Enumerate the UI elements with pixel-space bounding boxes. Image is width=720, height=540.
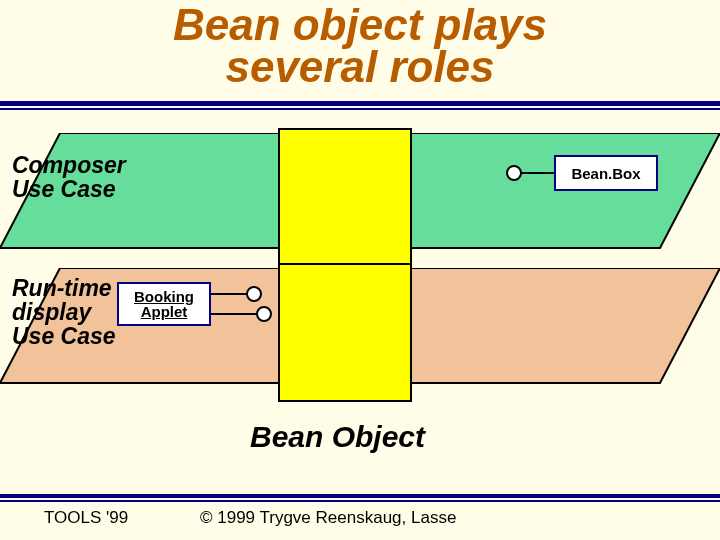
footer-left: TOOLS '99 (44, 508, 128, 528)
plane-runtime-label: Run-time display Use Case (12, 276, 116, 348)
bean-object-top-segment (278, 128, 412, 267)
booking-line1: Booking (134, 289, 194, 304)
lollipop-booking-1-icon (207, 284, 282, 304)
svg-point-3 (507, 166, 521, 180)
plane1-label-l2: Use Case (12, 176, 116, 202)
title-rule-main (0, 101, 720, 106)
footer-rule-sub (0, 500, 720, 502)
plane2-label-l1: Run-time (12, 275, 112, 301)
bean-object-bottom-segment (278, 263, 412, 402)
svg-point-5 (247, 287, 261, 301)
lollipop-beanbox-icon (500, 163, 560, 183)
slide-title: Bean object plays several roles (0, 0, 720, 88)
booking-line2: Applet (141, 304, 188, 319)
footer-rule-main (0, 494, 720, 498)
slide: Bean object plays several roles Composer… (0, 0, 720, 540)
beanbox-label: Bean.Box (571, 166, 640, 181)
plane-composer-label: Composer Use Case (12, 153, 126, 201)
bean-object-label: Bean Object (250, 420, 425, 454)
title-line-2: several roles (225, 42, 494, 91)
svg-point-7 (257, 307, 271, 321)
booking-applet-box: Booking Applet (117, 282, 211, 326)
footer-center: © 1999 Trygve Reenskaug, Lasse (200, 508, 456, 528)
beanbox-box: Bean.Box (554, 155, 658, 191)
plane1-label-l1: Composer (12, 152, 126, 178)
lollipop-booking-2-icon (207, 304, 282, 324)
plane2-label-l3: Use Case (12, 323, 116, 349)
plane2-label-l2: display (12, 299, 91, 325)
title-rule-sub (0, 108, 720, 110)
